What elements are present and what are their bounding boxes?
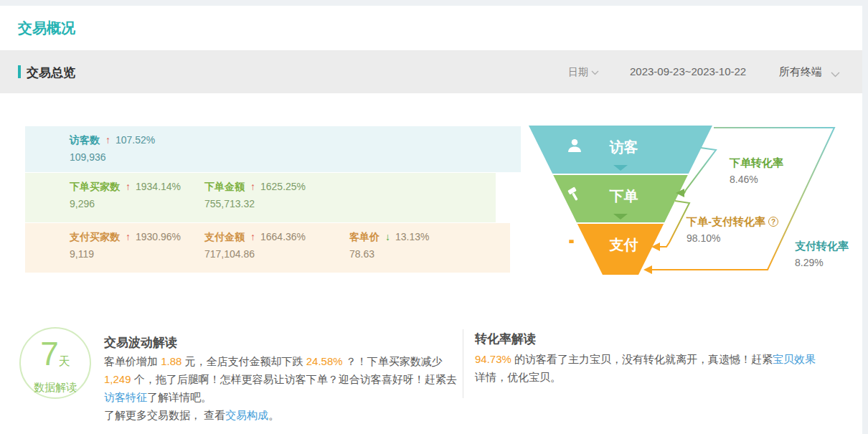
- metric-order-buyers: 下单买家数↑1934.14% 9,296: [70, 181, 181, 209]
- text-segment: 1,249: [104, 373, 131, 385]
- text-segment: 的访客看了主力宝贝，没有转化就离开，真遗憾！赶紧: [511, 353, 773, 365]
- insight-left-text: 客单价增加 1.88 元，全店支付金额却下跌 24.58% ？！下单买家数减少 …: [104, 352, 458, 424]
- metric-value: 9,296: [70, 198, 181, 209]
- date-filter-label: 日期: [568, 66, 588, 77]
- metrics-row-payment: 支付买家数↑1930.96% 9,119 支付金额↑1664.36% 717,1…: [25, 223, 510, 273]
- trend-up-icon: ↑: [250, 181, 255, 192]
- metric-label: 访客数: [70, 134, 100, 146]
- metric-label: 下单金额: [204, 181, 245, 192]
- conversion-value: 8.46%: [730, 174, 783, 185]
- metric-value: 109,936: [70, 151, 155, 163]
- metric-label: 支付买家数: [70, 231, 120, 242]
- funnel-stage-label: 支付: [610, 235, 638, 255]
- text-segment: 客单价增加: [104, 355, 161, 367]
- metric-label: 客单价: [349, 231, 379, 242]
- metric-percent: 1930.96%: [136, 231, 181, 242]
- text-segment: 详情，优化宝贝。: [475, 371, 561, 383]
- badge-caption: 数据解读: [21, 381, 90, 395]
- metric-percent: 1664.36%: [260, 231, 306, 242]
- badge-unit: 天: [59, 355, 70, 367]
- text-segment: 94.73%: [475, 353, 511, 365]
- funnel-stage-label: 访客: [610, 138, 638, 157]
- text-link[interactable]: 宝贝效果: [773, 353, 816, 365]
- conversion-label: 支付转化率: [795, 240, 849, 253]
- conversion-funnel-chart: 访客 下单 支付 下单转化率 8.46% 下单-支付转化率? 98.10% 支付…: [524, 113, 868, 291]
- funnel-stage-label: 下单: [610, 187, 638, 206]
- text-segment: 。: [268, 409, 279, 421]
- data-period-badge: 7天 数据解读: [19, 327, 91, 399]
- conversion-value: 8.29%: [795, 257, 849, 268]
- chevron-down-icon[interactable]: [831, 67, 840, 80]
- metric-label: 下单买家数: [70, 181, 120, 192]
- text-link[interactable]: 交易构成: [225, 409, 268, 421]
- insight-left-title: 交易波动解读: [104, 334, 177, 351]
- conversion-order-rate: 下单转化率 8.46%: [730, 156, 783, 185]
- text-segment: 1.88: [161, 355, 181, 367]
- conversion-label: 下单-支付转化率: [687, 215, 765, 227]
- help-icon[interactable]: ?: [768, 217, 778, 227]
- metric-value: 717,104.86: [204, 248, 306, 260]
- metric-label: 支付金额: [204, 231, 245, 242]
- metric-value: 78.63: [349, 248, 429, 260]
- section-accent-bar: [18, 65, 21, 78]
- funnel-stage-visitor: 访客: [567, 138, 674, 157]
- trend-down-icon: ↓: [385, 231, 390, 242]
- conversion-pay-rate: 支付转化率 8.29%: [795, 240, 849, 268]
- conversion-label: 下单转化率: [730, 156, 783, 170]
- page: 交易概况 交易总览 日期 2023-09-23~2023-10-22 所有终端 …: [0, 0, 868, 434]
- page-header: 交易概况: [0, 6, 862, 50]
- metric-value: 755,713.32: [204, 198, 306, 209]
- chevron-down-icon: [591, 66, 599, 77]
- page-right-margin: [862, 0, 868, 434]
- funnel-stage-order: 下单: [567, 187, 674, 206]
- conversion-value: 98.10%: [687, 232, 778, 244]
- terminal-filter-dropdown[interactable]: 所有终端: [779, 65, 822, 79]
- main-content: 访客数↑107.52% 109,936 下单买家数↑1934.14% 9,296…: [0, 93, 862, 434]
- section-title: 交易总览: [27, 65, 75, 81]
- trend-up-icon: ↑: [250, 231, 255, 242]
- trend-up-icon: ↑: [126, 181, 131, 192]
- metric-order-amount: 下单金额↑1625.25% 755,713.32: [204, 181, 306, 209]
- metrics-row-visitor: 访客数↑107.52% 109,936: [25, 126, 521, 172]
- text-link[interactable]: 访客特征: [104, 391, 147, 403]
- date-range-value[interactable]: 2023-09-23~2023-10-22: [630, 65, 746, 77]
- metric-percent: 13.13%: [395, 231, 429, 242]
- text-segment: 元，全店支付金额却下跌: [181, 355, 306, 367]
- page-title: 交易概况: [18, 19, 75, 38]
- insight-right-text: 94.73% 的访客看了主力宝贝，没有转化就离开，真遗憾！赶紧宝贝效果详情，优化…: [475, 350, 819, 386]
- metric-avg-order-value: 客单价↓13.13% 78.63: [349, 231, 429, 260]
- badge-number: 7: [40, 335, 59, 372]
- text-segment: 了解详情吧。: [147, 391, 212, 403]
- metric-percent: 107.52%: [115, 134, 155, 146]
- text-segment: 24.58%: [306, 355, 343, 367]
- metric-percent: 1934.14%: [136, 181, 181, 192]
- trend-up-icon: ↑: [105, 134, 110, 146]
- section-header: 交易总览 日期 2023-09-23~2023-10-22 所有终端: [0, 50, 862, 93]
- metric-pay-amount: 支付金额↑1664.36% 717,104.86: [204, 231, 306, 260]
- metric-value: 9,119: [70, 248, 181, 260]
- metric-pay-buyers: 支付买家数↑1930.96% 9,119: [70, 231, 181, 260]
- text-segment: 个，拖了后腿啊！怎样更容易让访客下单？迎合访客喜好呀！赶紧去: [131, 373, 457, 385]
- text-segment: 了解更多交易数据， 查看: [104, 409, 225, 421]
- conversion-order-pay-rate: 下单-支付转化率? 98.10%: [687, 215, 778, 244]
- funnel-stage-pay: 支付: [567, 235, 674, 255]
- date-filter-dropdown[interactable]: 日期: [568, 66, 599, 79]
- arrowhead-icon: [643, 265, 652, 274]
- insight-right-title: 转化率解读: [475, 331, 536, 347]
- metric-percent: 1625.25%: [260, 181, 306, 192]
- text-segment: ？！下单买家数减少: [343, 355, 443, 367]
- vertical-divider: [463, 329, 463, 398]
- metrics-row-order: 下单买家数↑1934.14% 9,296 下单金额↑1625.25% 755,7…: [25, 173, 496, 222]
- trend-up-icon: ↑: [126, 231, 131, 242]
- metric-visitor-count: 访客数↑107.52% 109,936: [70, 134, 155, 163]
